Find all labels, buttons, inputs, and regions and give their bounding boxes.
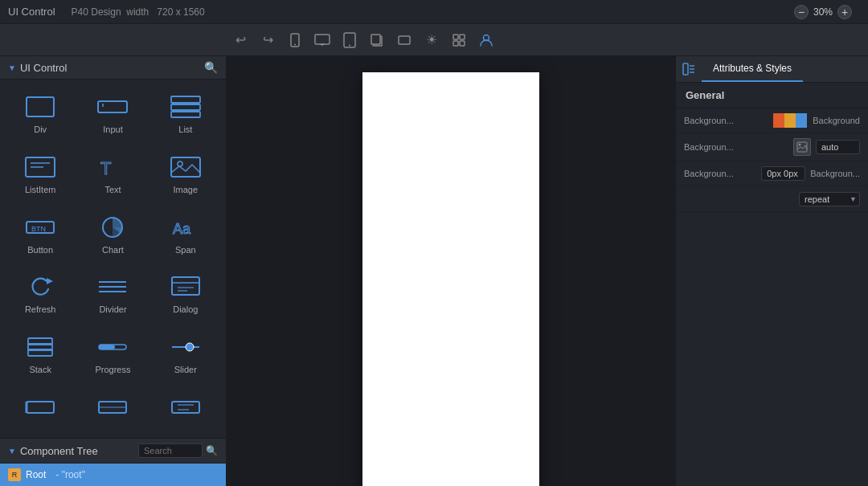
progress-label: Progress <box>95 365 130 374</box>
extra3-icon <box>166 393 205 422</box>
svg-text:T: T <box>100 158 111 178</box>
component-tree-panel: ▼ Component Tree 🔍 R Root - "root" <box>0 438 226 486</box>
div-icon <box>21 92 59 121</box>
svg-point-26 <box>178 161 182 166</box>
extra2-icon <box>93 393 132 422</box>
span-label: Span <box>175 245 196 255</box>
grid-button[interactable] <box>448 29 470 51</box>
zoom-out-button[interactable]: − <box>794 5 809 19</box>
tree-search-input[interactable] <box>138 443 203 458</box>
canvas-frame <box>362 72 539 486</box>
redo-button[interactable]: ↪ <box>256 29 279 51</box>
bg-image-thumb[interactable] <box>793 138 811 156</box>
phone-view-button[interactable] <box>284 29 306 51</box>
color-strip[interactable] <box>773 113 807 128</box>
component-input[interactable]: Input <box>76 84 149 144</box>
svg-point-45 <box>186 343 194 351</box>
slider-label: Slider <box>174 365 197 374</box>
svg-rect-46 <box>27 402 54 413</box>
tablet-view-button[interactable] <box>338 29 361 51</box>
stack-icon <box>21 333 59 361</box>
tree-collapse-arrow[interactable]: ▼ <box>8 447 16 455</box>
collapse-arrow[interactable]: ▼ <box>8 63 16 72</box>
attributes-tabs: Attributes & Styles <box>676 56 868 83</box>
bg-repeat-label: Backgroun... <box>810 169 860 178</box>
listitem-label: ListItem <box>25 185 56 194</box>
div-label: Div <box>34 125 47 134</box>
list-icon <box>166 92 205 121</box>
brightness-button[interactable]: ☀ <box>420 29 443 51</box>
component-button[interactable]: BTN Button <box>4 203 76 263</box>
tree-header: ▼ Component Tree 🔍 <box>0 439 226 464</box>
attr-row-bg-position: Backgroun... 0px 0px Backgroun... <box>676 161 868 186</box>
root-icon: R <box>8 468 21 481</box>
component-listitem[interactable]: ListItem <box>4 144 76 204</box>
dialog-label: Dialog <box>173 304 198 314</box>
component-image[interactable]: Image <box>149 144 222 204</box>
component-dialog[interactable]: Dialog <box>149 263 222 324</box>
divider-icon <box>93 272 132 301</box>
svg-rect-35 <box>172 277 199 295</box>
component-slider[interactable]: Slider <box>149 324 222 384</box>
svg-text:BTN: BTN <box>31 225 46 233</box>
tree-search-icon[interactable]: 🔍 <box>206 445 218 456</box>
svg-rect-2 <box>315 35 330 44</box>
svg-rect-12 <box>453 41 458 46</box>
ui-control-header: ▼ UI Control 🔍 <box>0 56 226 80</box>
svg-rect-15 <box>27 97 54 116</box>
user-button[interactable] <box>475 29 497 51</box>
zoom-in-button[interactable]: + <box>837 5 852 19</box>
undo-button[interactable]: ↩ <box>229 29 252 51</box>
component-divider[interactable]: Divider <box>76 263 149 324</box>
color-seg-2 <box>784 113 796 128</box>
component-extra2[interactable] <box>76 383 149 434</box>
listitem-icon <box>21 153 59 182</box>
top-bar: UI Control P40 Design width 720 x 1560 −… <box>0 0 868 24</box>
list-label: List <box>178 125 192 134</box>
bg-repeat-select[interactable]: repeat no-repeat repeat-x repeat-y <box>799 192 860 206</box>
svg-rect-18 <box>171 96 200 103</box>
image-label: Image <box>174 185 199 194</box>
progress-icon <box>93 333 132 361</box>
input-label: Input <box>103 125 122 134</box>
component-progress[interactable]: Progress <box>76 324 149 384</box>
attr-row-bg-image: Backgroun... auto <box>676 133 868 161</box>
component-list[interactable]: List <box>149 84 222 144</box>
component-span[interactable]: Aa Span <box>149 203 222 263</box>
refresh-label: Refresh <box>25 304 56 314</box>
svg-rect-10 <box>453 35 458 39</box>
input-icon <box>93 92 132 121</box>
component-extra1[interactable] <box>4 383 76 434</box>
toolbar: ↩ ↪ ☀ <box>0 24 868 56</box>
attr-row-bg-repeat: repeat no-repeat repeat-x repeat-y ▼ <box>676 186 868 212</box>
svg-rect-50 <box>172 402 199 413</box>
root-value: - "root" <box>55 469 85 480</box>
svg-rect-25 <box>171 157 200 177</box>
component-text[interactable]: T Text <box>76 144 149 204</box>
component-refresh[interactable]: Refresh <box>4 263 76 324</box>
component-search-icon[interactable]: 🔍 <box>204 61 218 74</box>
component-div[interactable]: Div <box>4 84 76 144</box>
bg-pos-value[interactable]: 0px 0px <box>761 166 805 181</box>
color-seg-3 <box>796 113 807 128</box>
root-tree-row[interactable]: R Root - "root" <box>0 464 226 486</box>
component-chart[interactable]: Chart <box>76 203 149 263</box>
text-icon: T <box>93 153 132 182</box>
panel-icon-button[interactable] <box>676 56 702 82</box>
copy-button[interactable] <box>366 29 388 51</box>
divider-label: Divider <box>99 304 126 314</box>
bg-size-value[interactable]: auto <box>816 140 860 154</box>
svg-rect-9 <box>399 36 410 44</box>
component-stack[interactable]: Stack <box>4 324 76 384</box>
rect-button[interactable] <box>393 29 416 51</box>
component-extra3[interactable] <box>149 383 222 434</box>
bg-pos-label: Backgroun... <box>684 169 761 178</box>
section-general: General <box>676 83 868 108</box>
root-label: Root <box>26 469 46 480</box>
svg-rect-53 <box>683 63 688 75</box>
tab-attributes-styles[interactable]: Attributes & Styles <box>702 56 803 82</box>
refresh-icon <box>21 272 59 301</box>
svg-rect-11 <box>460 35 465 39</box>
svg-text:Aa: Aa <box>173 221 191 237</box>
desktop-view-button[interactable] <box>311 29 334 51</box>
